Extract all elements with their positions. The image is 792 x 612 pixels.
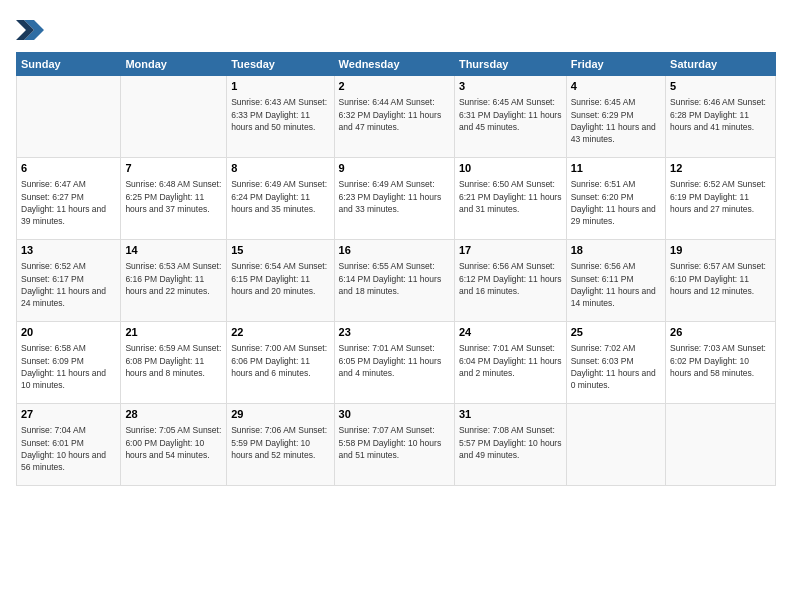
day-info: Sunrise: 7:01 AM Sunset: 6:04 PM Dayligh… <box>459 342 562 379</box>
day-cell: 17Sunrise: 6:56 AM Sunset: 6:12 PM Dayli… <box>454 240 566 322</box>
col-header-wednesday: Wednesday <box>334 53 454 76</box>
day-cell: 9Sunrise: 6:49 AM Sunset: 6:23 PM Daylig… <box>334 158 454 240</box>
day-cell: 26Sunrise: 7:03 AM Sunset: 6:02 PM Dayli… <box>666 322 776 404</box>
day-info: Sunrise: 6:45 AM Sunset: 6:31 PM Dayligh… <box>459 96 562 133</box>
day-number: 25 <box>571 325 661 340</box>
day-info: Sunrise: 7:05 AM Sunset: 6:00 PM Dayligh… <box>125 424 222 461</box>
page: SundayMondayTuesdayWednesdayThursdayFrid… <box>0 0 792 612</box>
day-cell: 7Sunrise: 6:48 AM Sunset: 6:25 PM Daylig… <box>121 158 227 240</box>
day-info: Sunrise: 7:08 AM Sunset: 5:57 PM Dayligh… <box>459 424 562 461</box>
day-number: 29 <box>231 407 329 422</box>
day-info: Sunrise: 6:45 AM Sunset: 6:29 PM Dayligh… <box>571 96 661 145</box>
col-header-monday: Monday <box>121 53 227 76</box>
day-number: 12 <box>670 161 771 176</box>
day-number: 3 <box>459 79 562 94</box>
day-info: Sunrise: 6:49 AM Sunset: 6:24 PM Dayligh… <box>231 178 329 215</box>
day-info: Sunrise: 6:52 AM Sunset: 6:17 PM Dayligh… <box>21 260 116 309</box>
day-number: 9 <box>339 161 450 176</box>
day-number: 16 <box>339 243 450 258</box>
day-info: Sunrise: 7:01 AM Sunset: 6:05 PM Dayligh… <box>339 342 450 379</box>
day-number: 28 <box>125 407 222 422</box>
day-info: Sunrise: 7:06 AM Sunset: 5:59 PM Dayligh… <box>231 424 329 461</box>
day-info: Sunrise: 7:00 AM Sunset: 6:06 PM Dayligh… <box>231 342 329 379</box>
day-number: 5 <box>670 79 771 94</box>
day-cell: 19Sunrise: 6:57 AM Sunset: 6:10 PM Dayli… <box>666 240 776 322</box>
day-info: Sunrise: 6:55 AM Sunset: 6:14 PM Dayligh… <box>339 260 450 297</box>
day-number: 22 <box>231 325 329 340</box>
col-header-tuesday: Tuesday <box>227 53 334 76</box>
day-cell: 30Sunrise: 7:07 AM Sunset: 5:58 PM Dayli… <box>334 404 454 486</box>
day-cell: 1Sunrise: 6:43 AM Sunset: 6:33 PM Daylig… <box>227 76 334 158</box>
day-cell: 24Sunrise: 7:01 AM Sunset: 6:04 PM Dayli… <box>454 322 566 404</box>
day-info: Sunrise: 6:54 AM Sunset: 6:15 PM Dayligh… <box>231 260 329 297</box>
day-cell: 11Sunrise: 6:51 AM Sunset: 6:20 PM Dayli… <box>566 158 665 240</box>
day-cell: 25Sunrise: 7:02 AM Sunset: 6:03 PM Dayli… <box>566 322 665 404</box>
day-number: 15 <box>231 243 329 258</box>
day-cell: 18Sunrise: 6:56 AM Sunset: 6:11 PM Dayli… <box>566 240 665 322</box>
day-number: 27 <box>21 407 116 422</box>
day-number: 30 <box>339 407 450 422</box>
day-cell <box>121 76 227 158</box>
week-row-3: 13Sunrise: 6:52 AM Sunset: 6:17 PM Dayli… <box>17 240 776 322</box>
day-cell: 23Sunrise: 7:01 AM Sunset: 6:05 PM Dayli… <box>334 322 454 404</box>
day-cell: 27Sunrise: 7:04 AM Sunset: 6:01 PM Dayli… <box>17 404 121 486</box>
day-info: Sunrise: 6:52 AM Sunset: 6:19 PM Dayligh… <box>670 178 771 215</box>
day-info: Sunrise: 6:57 AM Sunset: 6:10 PM Dayligh… <box>670 260 771 297</box>
day-cell: 28Sunrise: 7:05 AM Sunset: 6:00 PM Dayli… <box>121 404 227 486</box>
col-header-thursday: Thursday <box>454 53 566 76</box>
week-row-5: 27Sunrise: 7:04 AM Sunset: 6:01 PM Dayli… <box>17 404 776 486</box>
day-cell: 14Sunrise: 6:53 AM Sunset: 6:16 PM Dayli… <box>121 240 227 322</box>
day-cell: 21Sunrise: 6:59 AM Sunset: 6:08 PM Dayli… <box>121 322 227 404</box>
day-info: Sunrise: 6:58 AM Sunset: 6:09 PM Dayligh… <box>21 342 116 391</box>
day-info: Sunrise: 7:04 AM Sunset: 6:01 PM Dayligh… <box>21 424 116 473</box>
day-cell: 16Sunrise: 6:55 AM Sunset: 6:14 PM Dayli… <box>334 240 454 322</box>
day-number: 14 <box>125 243 222 258</box>
day-number: 1 <box>231 79 329 94</box>
day-number: 11 <box>571 161 661 176</box>
day-number: 20 <box>21 325 116 340</box>
day-info: Sunrise: 6:53 AM Sunset: 6:16 PM Dayligh… <box>125 260 222 297</box>
day-info: Sunrise: 7:02 AM Sunset: 6:03 PM Dayligh… <box>571 342 661 391</box>
day-number: 4 <box>571 79 661 94</box>
day-info: Sunrise: 6:56 AM Sunset: 6:12 PM Dayligh… <box>459 260 562 297</box>
day-number: 6 <box>21 161 116 176</box>
day-number: 18 <box>571 243 661 258</box>
day-cell: 15Sunrise: 6:54 AM Sunset: 6:15 PM Dayli… <box>227 240 334 322</box>
day-info: Sunrise: 6:43 AM Sunset: 6:33 PM Dayligh… <box>231 96 329 133</box>
day-cell: 22Sunrise: 7:00 AM Sunset: 6:06 PM Dayli… <box>227 322 334 404</box>
day-cell: 10Sunrise: 6:50 AM Sunset: 6:21 PM Dayli… <box>454 158 566 240</box>
week-row-2: 6Sunrise: 6:47 AM Sunset: 6:27 PM Daylig… <box>17 158 776 240</box>
day-number: 17 <box>459 243 562 258</box>
day-info: Sunrise: 6:46 AM Sunset: 6:28 PM Dayligh… <box>670 96 771 133</box>
day-cell: 5Sunrise: 6:46 AM Sunset: 6:28 PM Daylig… <box>666 76 776 158</box>
day-cell: 12Sunrise: 6:52 AM Sunset: 6:19 PM Dayli… <box>666 158 776 240</box>
logo <box>16 16 48 44</box>
day-info: Sunrise: 6:48 AM Sunset: 6:25 PM Dayligh… <box>125 178 222 215</box>
day-cell: 13Sunrise: 6:52 AM Sunset: 6:17 PM Dayli… <box>17 240 121 322</box>
day-cell <box>17 76 121 158</box>
day-cell: 20Sunrise: 6:58 AM Sunset: 6:09 PM Dayli… <box>17 322 121 404</box>
day-info: Sunrise: 6:44 AM Sunset: 6:32 PM Dayligh… <box>339 96 450 133</box>
day-number: 13 <box>21 243 116 258</box>
day-info: Sunrise: 7:07 AM Sunset: 5:58 PM Dayligh… <box>339 424 450 461</box>
day-number: 23 <box>339 325 450 340</box>
day-number: 21 <box>125 325 222 340</box>
day-number: 8 <box>231 161 329 176</box>
day-cell <box>566 404 665 486</box>
day-number: 7 <box>125 161 222 176</box>
week-row-1: 1Sunrise: 6:43 AM Sunset: 6:33 PM Daylig… <box>17 76 776 158</box>
day-cell: 29Sunrise: 7:06 AM Sunset: 5:59 PM Dayli… <box>227 404 334 486</box>
week-row-4: 20Sunrise: 6:58 AM Sunset: 6:09 PM Dayli… <box>17 322 776 404</box>
day-cell: 8Sunrise: 6:49 AM Sunset: 6:24 PM Daylig… <box>227 158 334 240</box>
day-cell: 6Sunrise: 6:47 AM Sunset: 6:27 PM Daylig… <box>17 158 121 240</box>
day-info: Sunrise: 6:56 AM Sunset: 6:11 PM Dayligh… <box>571 260 661 309</box>
day-cell: 4Sunrise: 6:45 AM Sunset: 6:29 PM Daylig… <box>566 76 665 158</box>
header <box>16 16 776 44</box>
day-number: 26 <box>670 325 771 340</box>
day-number: 2 <box>339 79 450 94</box>
day-number: 10 <box>459 161 562 176</box>
day-info: Sunrise: 6:47 AM Sunset: 6:27 PM Dayligh… <box>21 178 116 227</box>
day-cell: 31Sunrise: 7:08 AM Sunset: 5:57 PM Dayli… <box>454 404 566 486</box>
day-cell: 2Sunrise: 6:44 AM Sunset: 6:32 PM Daylig… <box>334 76 454 158</box>
col-header-saturday: Saturday <box>666 53 776 76</box>
